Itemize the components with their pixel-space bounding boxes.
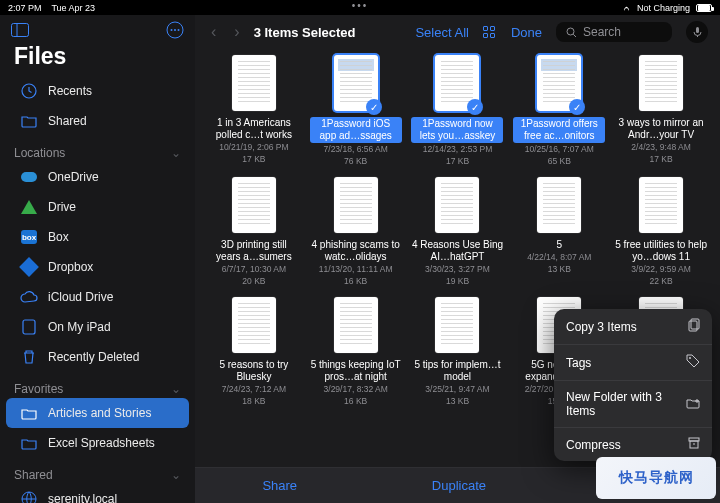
file-thumbnail	[232, 177, 276, 233]
file-name: 4 phishing scams to watc…olidays	[310, 239, 402, 263]
file-date: 7/23/18, 6:56 AM	[324, 144, 388, 155]
status-bar: 2:07 PM Tue Apr 23 ••• Not Charging	[0, 0, 720, 15]
svg-point-9	[567, 28, 574, 35]
file-item[interactable]: ✓3D printing still years a…sumers6/7/17,…	[207, 177, 301, 287]
svg-rect-7	[23, 320, 35, 334]
file-thumbnail	[435, 177, 479, 233]
file-item[interactable]: ✓5 reasons to try Bluesky7/24/23, 7:12 A…	[207, 297, 301, 407]
sidebar-item-trash[interactable]: Recently Deleted	[6, 342, 189, 372]
file-size: 22 KB	[650, 276, 673, 287]
file-item[interactable]: ✓5 tips for implem…t model3/25/21, 9:47 …	[411, 297, 505, 407]
file-item[interactable]: ✓5 free utilities to help yo…dows 113/9/…	[614, 177, 708, 287]
file-size: 17 KB	[650, 154, 673, 165]
file-thumbnail	[435, 297, 479, 353]
battery-icon	[696, 4, 712, 12]
file-thumbnail	[537, 177, 581, 233]
file-date: 12/14/23, 2:53 PM	[423, 144, 492, 155]
file-item[interactable]: ✓5 things keeping IoT pros…at night3/29/…	[309, 297, 403, 407]
file-item[interactable]: ✓54/22/14, 8:07 AM13 KB	[512, 177, 606, 287]
file-date: 3/30/23, 3:27 PM	[425, 264, 490, 275]
globe-icon	[20, 490, 38, 503]
file-item[interactable]: ✓4 Reasons Use Bing AI…hatGPT3/30/23, 3:…	[411, 177, 505, 287]
file-size: 18 KB	[242, 396, 265, 407]
menu-copy[interactable]: Copy 3 Items	[554, 309, 712, 345]
search-icon	[566, 27, 577, 38]
share-button[interactable]: Share	[262, 478, 297, 493]
sidebar-toggle-icon[interactable]	[10, 21, 30, 39]
select-all-button[interactable]: Select All	[415, 25, 468, 40]
folder-icon	[20, 404, 38, 422]
file-date: 10/25/16, 7:07 AM	[525, 144, 594, 155]
section-head-shared[interactable]: Shared ⌄	[0, 458, 195, 484]
view-grid-icon[interactable]	[483, 26, 497, 38]
search-input[interactable]: Search	[556, 22, 672, 42]
file-item[interactable]: ✓1Password now lets you…asskey12/14/23, …	[411, 55, 505, 167]
file-thumbnail	[334, 297, 378, 353]
section-head-locations[interactable]: Locations ⌄	[0, 136, 195, 162]
file-name: 1 in 3 Americans polled c…t works	[208, 117, 300, 141]
file-name: 5	[557, 239, 563, 251]
sidebar-item-serenity[interactable]: serenity.local	[6, 484, 189, 503]
svg-line-10	[573, 34, 576, 37]
file-name: 1Password iOS app ad…ssages	[310, 117, 402, 143]
back-button[interactable]: ‹	[207, 23, 220, 41]
file-size: 16 KB	[344, 276, 367, 287]
file-item[interactable]: ✓1Password iOS app ad…ssages7/23/18, 6:5…	[309, 55, 403, 167]
file-thumbnail	[639, 177, 683, 233]
search-placeholder: Search	[583, 25, 621, 39]
sidebar-item-box[interactable]: boxBox	[6, 222, 189, 252]
dictation-icon[interactable]	[686, 21, 708, 43]
file-name: 5 free utilities to help yo…dows 11	[615, 239, 707, 263]
file-size: 65 KB	[548, 156, 571, 167]
sidebar-item-icloud[interactable]: iCloud Drive	[6, 282, 189, 312]
sidebar-item-drive[interactable]: Drive	[6, 192, 189, 222]
sidebar-item-onedrive[interactable]: OneDrive	[6, 162, 189, 192]
wifi-icon	[621, 4, 631, 12]
sidebar-item-excel[interactable]: Excel Spreadsheets	[6, 428, 189, 458]
file-item[interactable]: ✓1Password offers free ac…onitors10/25/1…	[512, 55, 606, 167]
file-item[interactable]: ✓1 in 3 Americans polled c…t works10/21/…	[207, 55, 301, 167]
done-button[interactable]: Done	[511, 25, 542, 40]
file-size: 76 KB	[344, 156, 367, 167]
menu-compress[interactable]: Compress	[554, 428, 712, 461]
file-name: 4 Reasons Use Bing AI…hatGPT	[411, 239, 503, 263]
archive-icon	[688, 437, 700, 452]
duplicate-button[interactable]: Duplicate	[432, 478, 486, 493]
more-options-icon[interactable]	[165, 21, 185, 39]
toolbar-title: 3 Items Selected	[254, 25, 406, 40]
trash-icon	[20, 348, 38, 366]
sidebar-title: Files	[0, 41, 195, 76]
clock-icon	[20, 82, 38, 100]
file-size: 19 KB	[446, 276, 469, 287]
svg-point-4	[174, 29, 176, 31]
sidebar-item-articles[interactable]: Articles and Stories	[6, 398, 189, 428]
file-date: 6/7/17, 10:30 AM	[222, 264, 286, 275]
file-item[interactable]: ✓3 ways to mirror an Andr…your TV2/4/23,…	[614, 55, 708, 167]
forward-button: ›	[230, 23, 243, 41]
file-item[interactable]: ✓4 phishing scams to watc…olidays11/13/2…	[309, 177, 403, 287]
multitask-indicator[interactable]: •••	[352, 0, 369, 11]
sidebar-item-ipad[interactable]: On My iPad	[6, 312, 189, 342]
status-time: 2:07 PM	[8, 3, 42, 13]
section-head-favorites[interactable]: Favorites ⌄	[0, 372, 195, 398]
menu-tags[interactable]: Tags	[554, 345, 712, 381]
ipad-icon	[20, 318, 38, 336]
menu-new-folder[interactable]: New Folder with 3 Items	[554, 381, 712, 428]
move-button[interactable]: Move	[621, 478, 653, 493]
folder-plus-icon	[686, 397, 700, 412]
sidebar-item-shared[interactable]: Shared	[6, 106, 189, 136]
file-name: 3 ways to mirror an Andr…your TV	[615, 117, 707, 141]
sidebar-item-dropbox[interactable]: Dropbox	[6, 252, 189, 282]
status-left: 2:07 PM Tue Apr 23	[8, 3, 95, 13]
svg-point-14	[689, 357, 691, 359]
file-date: 10/21/19, 2:06 PM	[219, 142, 288, 153]
sidebar-item-recents[interactable]: Recents	[6, 76, 189, 106]
box-icon: box	[20, 228, 38, 246]
file-size: 20 KB	[242, 276, 265, 287]
dropbox-icon	[20, 258, 38, 276]
file-date: 7/24/23, 7:12 AM	[222, 384, 286, 395]
chevron-down-icon: ⌄	[171, 468, 181, 482]
file-thumbnail	[639, 55, 683, 111]
file-date: 3/29/17, 8:32 AM	[324, 384, 388, 395]
copy-icon	[688, 318, 700, 335]
